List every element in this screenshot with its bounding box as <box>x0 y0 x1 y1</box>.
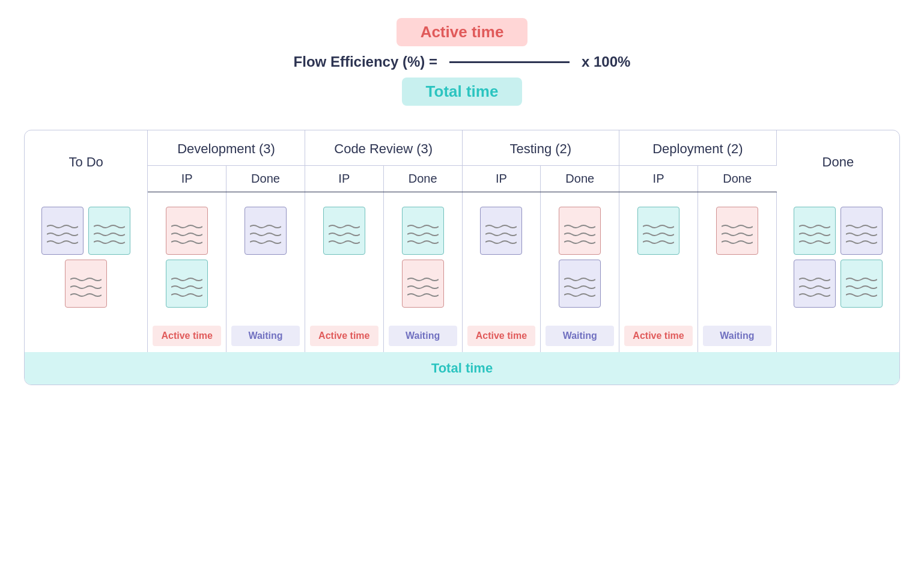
wavy-line <box>250 228 281 233</box>
wavy-line <box>564 273 595 278</box>
active-time-label: Active time <box>153 326 221 346</box>
card-wavy-lines <box>43 216 82 246</box>
card-wavy-lines <box>482 216 520 246</box>
total-time-badge: Total time <box>402 78 523 106</box>
card-wavy-lines <box>90 216 129 246</box>
wavy-line <box>250 221 281 225</box>
done-card-group <box>784 207 892 308</box>
deploy-ip-cards-cell <box>619 192 698 320</box>
wavy-line <box>846 221 877 225</box>
fraction-line <box>449 61 570 63</box>
wavy-line <box>171 289 202 294</box>
testing-done-subheader: Done <box>541 166 619 192</box>
dev-ip-card-group <box>155 207 219 308</box>
wavy-line <box>94 236 125 241</box>
wavy-line <box>643 221 674 225</box>
cr-ip-time-label: Active time <box>305 320 383 352</box>
total-time-row: Total time <box>25 352 899 385</box>
deploy-ip-card-group <box>627 207 690 255</box>
card-wavy-lines <box>404 269 442 299</box>
wavy-line <box>47 236 78 241</box>
wavy-line <box>171 236 202 241</box>
deploy-done-card-group <box>705 207 769 255</box>
card-wavy-lines <box>718 216 756 246</box>
dev-header: Development (3) <box>148 130 305 166</box>
card[interactable] <box>323 207 365 255</box>
wavy-line <box>722 221 753 225</box>
card[interactable] <box>41 207 84 255</box>
wavy-line <box>485 221 517 225</box>
card-wavy-lines <box>67 269 105 299</box>
wavy-line <box>70 281 102 286</box>
card[interactable] <box>65 260 107 308</box>
done-time-empty <box>776 320 899 352</box>
testing-header: Testing (2) <box>462 130 619 166</box>
deploy-done-time-label: Waiting <box>698 320 776 352</box>
wavy-line <box>407 221 439 225</box>
wavy-line <box>564 236 595 241</box>
card-wavy-lines <box>795 269 834 299</box>
card[interactable] <box>637 207 679 255</box>
card[interactable] <box>559 207 601 255</box>
waiting-label: Waiting <box>703 326 771 346</box>
done-cards-cell <box>776 192 899 320</box>
card[interactable] <box>794 260 836 308</box>
dev-done-cards-cell <box>226 192 305 320</box>
cr-header: Code Review (3) <box>305 130 462 166</box>
card[interactable] <box>559 260 601 308</box>
cr-done-subheader: Done <box>383 166 462 192</box>
card[interactable] <box>402 207 444 255</box>
dev-ip-subheader: IP <box>148 166 226 192</box>
active-time-label: Active time <box>467 326 536 346</box>
wavy-line <box>70 273 102 278</box>
card[interactable] <box>840 207 883 255</box>
card[interactable] <box>480 207 522 255</box>
deploy-done-cards-cell <box>698 192 776 320</box>
cr-ip-cards-cell <box>305 192 383 320</box>
card[interactable] <box>794 207 836 255</box>
col-group-header-row: To Do Development (3) Code Review (3) Te… <box>25 130 899 166</box>
card[interactable] <box>88 207 130 255</box>
active-time-badge: Active time <box>397 18 528 46</box>
card-wavy-lines <box>246 216 285 246</box>
wavy-line <box>94 228 125 233</box>
wavy-line <box>47 228 78 233</box>
wavy-line <box>564 221 595 225</box>
wavy-line <box>407 289 439 294</box>
wavy-line <box>407 281 439 286</box>
formula-section: Active time Flow Efficiency (%) = x 100%… <box>24 18 900 106</box>
wavy-line <box>564 228 595 233</box>
wavy-line <box>485 236 517 241</box>
wavy-line <box>846 236 877 241</box>
deploy-done-subheader: Done <box>698 166 776 192</box>
testing-ip-subheader: IP <box>462 166 541 192</box>
card[interactable] <box>840 260 883 308</box>
card[interactable] <box>166 260 208 308</box>
wavy-line <box>643 236 674 241</box>
fraction-wrapper <box>447 61 572 63</box>
todo-header: To Do <box>25 130 148 192</box>
wavy-line <box>407 236 439 241</box>
wavy-line <box>799 289 830 294</box>
deploy-ip-time-label: Active time <box>619 320 698 352</box>
wavy-line <box>329 221 360 225</box>
card[interactable] <box>245 207 287 255</box>
dev-done-time-label: Waiting <box>226 320 305 352</box>
card[interactable] <box>166 207 208 255</box>
formula-row: Flow Efficiency (%) = x 100% <box>294 53 631 70</box>
testing-ip-card-group <box>470 207 533 255</box>
deploy-header: Deployment (2) <box>619 130 777 166</box>
card-wavy-lines <box>639 216 678 246</box>
wavy-line <box>799 228 830 233</box>
dev-ip-cards-cell <box>148 192 226 320</box>
card[interactable] <box>402 260 444 308</box>
todo-cards-cell <box>25 192 148 320</box>
card-wavy-lines <box>404 216 442 246</box>
wavy-line <box>564 281 595 286</box>
todo-time-empty <box>25 320 148 352</box>
testing-ip-cards-cell <box>462 192 541 320</box>
wavy-line <box>799 281 830 286</box>
wavy-line <box>70 289 102 294</box>
card[interactable] <box>716 207 758 255</box>
wavy-line <box>47 221 78 225</box>
